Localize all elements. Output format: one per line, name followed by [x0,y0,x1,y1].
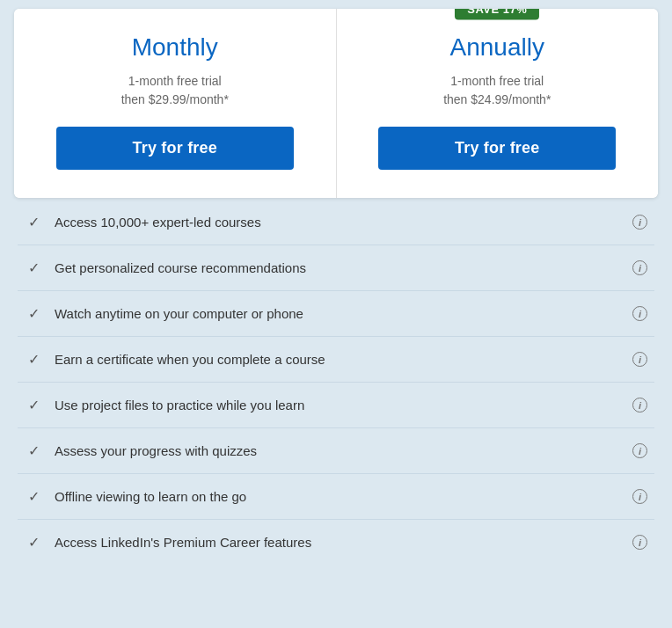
info-icon[interactable]: i [632,535,647,550]
info-icon[interactable]: i [632,352,647,367]
feature-text: Earn a certificate when you complete a c… [55,352,617,367]
feature-text: Get personalized course recommendations [55,260,617,275]
check-icon: ✓ [25,442,42,459]
info-icon[interactable]: i [632,489,647,504]
feature-item: ✓Access 10,000+ expert-led coursesi [18,200,654,245]
info-icon[interactable]: i [632,306,647,321]
feature-text: Offline viewing to learn on the go [55,489,617,504]
check-icon: ✓ [25,259,42,276]
feature-text: Access LinkedIn's Premium Career feature… [55,535,617,550]
features-list: ✓Access 10,000+ expert-led coursesi✓Get … [14,200,658,565]
feature-text: Watch anytime on your computer or phone [55,306,617,321]
info-icon[interactable]: i [632,260,647,275]
annually-trial: 1-month free trial then $24.99/month* [358,72,638,109]
feature-item: ✓Assess your progress with quizzesi [18,428,654,474]
check-icon: ✓ [25,397,42,413]
annually-title: Annually [358,33,638,62]
info-icon[interactable]: i [632,215,647,230]
monthly-trial: 1-month free trial then $29.99/month* [35,72,315,109]
pricing-cards: Monthly 1-month free trial then $29.99/m… [14,9,658,198]
annually-try-button[interactable]: Try for free [378,127,616,170]
annually-card: SAVE 17% Annually 1-month free trial the… [337,9,659,198]
monthly-title: Monthly [35,33,315,62]
monthly-try-button[interactable]: Try for free [56,127,294,170]
feature-item: ✓Offline viewing to learn on the goi [18,474,654,520]
feature-text: Access 10,000+ expert-led courses [55,215,617,230]
feature-text: Use project files to practice while you … [55,398,617,413]
save-badge: SAVE 17% [455,9,539,20]
feature-item: ✓Access LinkedIn's Premium Career featur… [18,520,654,565]
monthly-card: Monthly 1-month free trial then $29.99/m… [14,9,337,198]
feature-text: Assess your progress with quizzes [55,443,617,458]
check-icon: ✓ [25,534,42,551]
feature-item: ✓Get personalized course recommendations… [18,245,654,291]
feature-item: ✓Earn a certificate when you complete a … [18,337,654,383]
info-icon[interactable]: i [632,443,647,458]
feature-item: ✓Watch anytime on your computer or phone… [18,291,654,337]
feature-item: ✓Use project files to practice while you… [18,383,654,428]
check-icon: ✓ [25,305,42,322]
info-icon[interactable]: i [632,398,647,413]
check-icon: ✓ [25,488,42,505]
pricing-cards-wrapper: Monthly 1-month free trial then $29.99/m… [14,9,658,198]
check-icon: ✓ [25,214,42,230]
check-icon: ✓ [25,351,42,368]
page-wrapper: Monthly 1-month free trial then $29.99/m… [0,0,672,628]
